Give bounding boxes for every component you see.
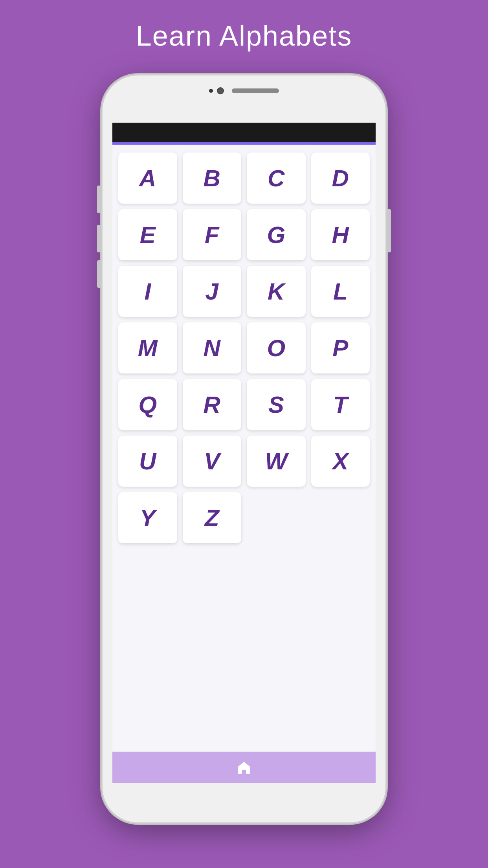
letter-tile-p[interactable]: P: [311, 322, 370, 373]
letter-tile-a[interactable]: A: [118, 153, 177, 204]
letter-label: X: [332, 448, 348, 475]
letter-tile-v[interactable]: V: [183, 436, 242, 487]
phone-frame: ABCDEFGHIJKLMNOPQRSTUVWXYZ: [103, 75, 385, 822]
letter-label: I: [144, 278, 151, 305]
screen-bottom-bar: [112, 752, 376, 783]
home-icon: [236, 760, 252, 775]
letter-tile-r[interactable]: R: [183, 379, 242, 430]
letter-label: B: [204, 165, 220, 192]
letter-tile-k[interactable]: K: [247, 266, 306, 317]
letter-tile-f[interactable]: F: [183, 209, 242, 260]
letter-label: O: [267, 335, 285, 362]
letter-tile-g[interactable]: G: [247, 209, 306, 260]
dot-sensor: [209, 89, 213, 93]
letter-label: V: [204, 448, 220, 475]
screen-content: ABCDEFGHIJKLMNOPQRSTUVWXYZ: [112, 142, 376, 752]
phone-screen: ABCDEFGHIJKLMNOPQRSTUVWXYZ: [112, 123, 376, 783]
phone-notch: [209, 87, 279, 94]
letter-tile-e[interactable]: E: [118, 209, 177, 260]
letter-label: K: [268, 278, 284, 305]
letter-label: P: [332, 335, 348, 362]
letter-label: M: [138, 335, 158, 362]
speaker: [232, 88, 279, 93]
letter-tile-n[interactable]: N: [183, 322, 242, 373]
front-camera: [217, 87, 224, 94]
letter-tile-o[interactable]: O: [247, 322, 306, 373]
letter-tile-s[interactable]: S: [247, 379, 306, 430]
letter-tile-l[interactable]: L: [311, 266, 370, 317]
letter-tile-c[interactable]: C: [247, 153, 306, 204]
letter-tile-t[interactable]: T: [311, 379, 370, 430]
alphabet-grid: ABCDEFGHIJKLMNOPQRSTUVWXYZ: [118, 153, 370, 543]
letter-tile-u[interactable]: U: [118, 436, 177, 487]
letter-tile-w[interactable]: W: [247, 436, 306, 487]
letter-label: Y: [140, 504, 156, 531]
letter-tile-m[interactable]: M: [118, 322, 177, 373]
letter-label: T: [333, 391, 348, 418]
letter-tile-q[interactable]: Q: [118, 379, 177, 430]
letter-tile-i[interactable]: I: [118, 266, 177, 317]
letter-label: E: [140, 221, 156, 248]
phone-mockup: ABCDEFGHIJKLMNOPQRSTUVWXYZ: [103, 75, 385, 822]
letter-label: G: [267, 221, 285, 248]
letter-tile-h[interactable]: H: [311, 209, 370, 260]
page-title: Learn Alphabets: [136, 20, 352, 52]
letter-tile-j[interactable]: J: [183, 266, 242, 317]
letter-label: U: [139, 448, 156, 475]
letter-label: W: [265, 448, 287, 475]
screen-top-bar: [112, 123, 376, 142]
letter-label: J: [205, 278, 218, 305]
letter-label: Z: [205, 504, 219, 531]
letter-label: C: [268, 165, 284, 192]
letter-tile-d[interactable]: D: [311, 153, 370, 204]
letter-label: A: [139, 165, 156, 192]
letter-tile-x[interactable]: X: [311, 436, 370, 487]
letter-tile-z[interactable]: Z: [183, 492, 242, 543]
letter-label: R: [204, 391, 220, 418]
letter-label: S: [268, 391, 284, 418]
letter-tile-b[interactable]: B: [183, 153, 242, 204]
letter-label: L: [333, 278, 348, 305]
letter-tile-y[interactable]: Y: [118, 492, 177, 543]
letter-label: Q: [138, 391, 157, 418]
letter-label: N: [204, 335, 220, 362]
letter-label: H: [332, 221, 349, 248]
letter-label: F: [205, 221, 219, 248]
letter-label: D: [332, 165, 349, 192]
